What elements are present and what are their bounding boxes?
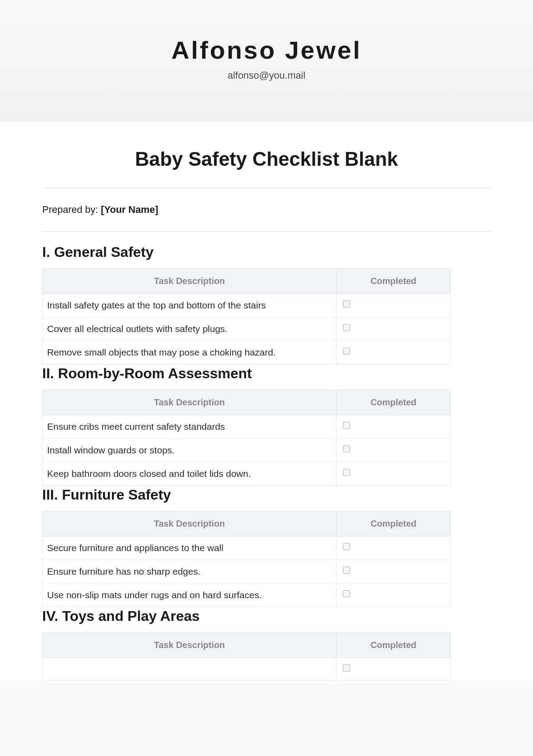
person-email: alfonso@you.mail xyxy=(27,70,506,81)
completed-cell xyxy=(336,415,450,439)
section-heading-room-assessment: II. Room-by-Room Assessment xyxy=(42,364,491,390)
task-cell: Ensure furniture has no sharp edges. xyxy=(43,560,337,584)
table-header-completed: Completed xyxy=(336,512,450,536)
task-cell: Keep bathroom doors closed and toilet li… xyxy=(43,462,337,486)
table-row xyxy=(43,658,451,680)
completed-cell xyxy=(336,439,450,462)
prepared-by: Prepared by: [Your Name] xyxy=(42,188,491,231)
table-row: Remove small objects that may pose a cho… xyxy=(43,341,451,364)
task-cell: Secure furniture and appliances to the w… xyxy=(43,536,337,560)
table-row: Use non-slip mats under rugs and on hard… xyxy=(43,584,451,607)
table-header-completed: Completed xyxy=(336,390,450,415)
document-title: Baby Safety Checklist Blank xyxy=(42,148,491,170)
task-cell: Install safety gates at the top and bott… xyxy=(43,294,337,317)
checklist-table: Task Description Completed Ensure cribs … xyxy=(42,390,451,486)
completed-cell xyxy=(336,536,450,560)
person-name: Alfonso Jewel xyxy=(27,36,506,64)
checkbox[interactable] xyxy=(343,445,350,452)
checkbox[interactable] xyxy=(343,300,350,308)
table-row: Cover all electrical outlets with safety… xyxy=(43,317,451,341)
table-header-task: Task Description xyxy=(43,269,337,294)
checkbox[interactable] xyxy=(343,422,350,429)
section-heading-general-safety: I. General Safety xyxy=(42,232,491,268)
completed-cell xyxy=(336,294,450,317)
task-cell: Remove small objects that may pose a cho… xyxy=(43,341,337,364)
checklist-table: Task Description Completed Secure furnit… xyxy=(42,511,451,607)
table-header-task: Task Description xyxy=(43,633,337,658)
checkbox[interactable] xyxy=(343,567,350,574)
table-header-completed: Completed xyxy=(336,269,450,294)
prepared-by-label: Prepared by: xyxy=(42,204,101,215)
table-row: Secure furniture and appliances to the w… xyxy=(43,536,451,560)
checkbox[interactable] xyxy=(343,348,350,355)
table-row: Install safety gates at the top and bott… xyxy=(43,294,451,317)
table-row: Ensure furniture has no sharp edges. xyxy=(43,560,451,584)
checklist-table: Task Description Completed Install safet… xyxy=(42,268,451,364)
table-row: Keep bathroom doors closed and toilet li… xyxy=(43,462,451,486)
task-cell xyxy=(43,658,337,680)
checkbox[interactable] xyxy=(343,664,350,672)
task-cell: Cover all electrical outlets with safety… xyxy=(43,317,337,341)
completed-cell xyxy=(336,341,450,364)
checkbox[interactable] xyxy=(343,324,350,331)
task-cell: Ensure cribs meet current safety standar… xyxy=(43,415,337,439)
section-heading-furniture-safety: III. Furniture Safety xyxy=(42,486,491,511)
completed-cell xyxy=(336,584,450,607)
completed-cell xyxy=(336,462,450,486)
completed-cell xyxy=(336,317,450,341)
completed-cell xyxy=(336,560,450,584)
completed-cell xyxy=(336,658,450,680)
checkbox[interactable] xyxy=(343,590,350,597)
section-heading-toys-play: IV. Toys and Play Areas xyxy=(42,607,491,632)
task-cell: Use non-slip mats under rugs and on hard… xyxy=(43,584,337,607)
table-row: Install window guards or stops. xyxy=(43,439,451,462)
checklist-table: Task Description Completed xyxy=(42,632,451,680)
table-header-task: Task Description xyxy=(43,512,337,536)
table-row: Ensure cribs meet current safety standar… xyxy=(43,415,451,439)
document-header: Alfonso Jewel alfonso@you.mail xyxy=(0,0,533,121)
task-cell: Install window guards or stops. xyxy=(43,439,337,462)
document-content: Baby Safety Checklist Blank Prepared by:… xyxy=(0,121,533,680)
checkbox[interactable] xyxy=(343,543,350,550)
table-header-task: Task Description xyxy=(43,390,337,415)
prepared-by-value: [Your Name] xyxy=(101,204,158,215)
table-header-completed: Completed xyxy=(336,633,450,658)
checkbox[interactable] xyxy=(343,469,350,476)
